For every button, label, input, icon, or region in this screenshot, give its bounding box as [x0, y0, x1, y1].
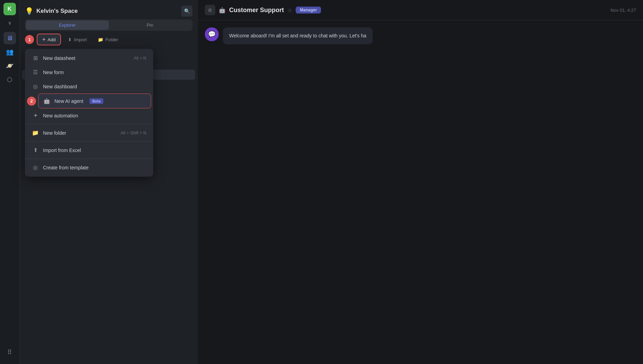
timestamp: Nov 01, 4:27 — [610, 8, 636, 13]
star-button[interactable]: ☆ — [287, 7, 292, 14]
step-2-badge: 2 — [27, 97, 36, 106]
plus-icon: + — [42, 36, 45, 43]
menu-item-new-datasheet[interactable]: ⊞ New datasheet Alt + N — [25, 51, 153, 65]
menu-item-new-ai-agent[interactable]: 🤖 New AI agent Beta — [38, 94, 151, 108]
explorer-header: 💡 Kelvin's Space 🔍 — [19, 0, 198, 19]
chat-area: 💬 Welcome aboard! I'm all set and ready … — [198, 20, 643, 364]
menu-item-label-datasheet: New datasheet — [43, 55, 75, 61]
menu-item-label-form: New form — [43, 70, 64, 75]
icon-sidebar: K ∨ 🖥 👥 🪐 ⬡ ⠿ — [0, 0, 19, 364]
message-bubble: Welcome aboard! I'm all set and ready to… — [223, 27, 373, 44]
folder-shortcut: Alt + Shift + N — [121, 131, 146, 135]
space-icon: 💡 — [25, 7, 34, 15]
import-label: Import — [74, 37, 87, 42]
menu-item-import-excel[interactable]: ⬆ Import from Excel — [25, 143, 153, 157]
manager-badge: Manager — [296, 7, 321, 14]
import-icon: ⬆ — [68, 37, 72, 42]
add-dropdown-menu: ⊞ New datasheet Alt + N ☰ New form ◎ New… — [25, 49, 153, 177]
header-title: Customer Support — [229, 7, 284, 14]
tab-pin[interactable]: Pin — [109, 20, 192, 30]
divider-1 — [25, 124, 153, 124]
divider-3 — [25, 159, 153, 159]
tabs-row: Explorer Pin — [25, 19, 192, 31]
template-icon: ◎ — [32, 164, 39, 171]
avatar[interactable]: K — [3, 3, 16, 15]
sidebar-icon-users[interactable]: 👥 — [3, 46, 16, 58]
chat-message: 💬 Welcome aboard! I'm all set and ready … — [205, 27, 636, 44]
folder-label: Folder — [105, 37, 118, 42]
tab-explorer[interactable]: Explorer — [26, 20, 109, 30]
explorer-panel: 💡 Kelvin's Space 🔍 Explorer Pin 1 + Add … — [19, 0, 198, 364]
import-excel-icon: ⬆ — [32, 147, 39, 153]
automation-icon: ✦ — [32, 112, 39, 119]
form-icon: ☰ — [32, 69, 39, 76]
folder-button[interactable]: 📁 Folder — [94, 35, 122, 44]
step-1-badge: 1 — [25, 35, 34, 44]
menu-item-label-folder: New folder — [43, 130, 66, 136]
sidebar-icon-shield[interactable]: ⬡ — [3, 73, 16, 86]
main-header: ⊘ 🤖 Customer Support ☆ Manager Nov 01, 4… — [198, 0, 643, 20]
search-button[interactable]: 🔍 — [181, 6, 192, 17]
main-content: ⊘ 🤖 Customer Support ☆ Manager Nov 01, 4… — [198, 0, 643, 364]
header-right: Nov 01, 4:27 — [610, 8, 636, 13]
new-folder-icon: 📁 — [32, 130, 39, 136]
action-row: 1 + Add ⬆ Import 📁 Folder ⊞ New datashee… — [25, 34, 192, 45]
menu-item-create-template[interactable]: ◎ Create from template — [25, 160, 153, 175]
divider-2 — [25, 141, 153, 142]
datasheet-shortcut: Alt + N — [134, 56, 146, 61]
sidebar-icon-dots[interactable]: ⠿ — [3, 346, 16, 358]
menu-item-label-import-excel: Import from Excel — [43, 148, 81, 153]
ai-agent-icon: 🤖 — [43, 98, 50, 104]
header-robot-icon: 🤖 — [219, 7, 226, 14]
dashboard-icon: ◎ — [32, 83, 39, 90]
header-collapse-btn[interactable]: ⊘ — [205, 5, 215, 15]
menu-item-label-template: Create from template — [43, 165, 89, 170]
menu-item-new-dashboard[interactable]: ◎ New dashboard — [25, 79, 153, 94]
menu-item-new-form[interactable]: ☰ New form — [25, 65, 153, 79]
datasheet-icon: ⊞ — [32, 55, 39, 61]
collapse-sidebar-btn[interactable]: ∨ — [3, 18, 16, 28]
beta-badge: Beta — [89, 98, 103, 104]
menu-item-new-automation[interactable]: ✦ New automation — [25, 108, 153, 123]
sidebar-icon-explore[interactable]: 🪐 — [3, 60, 16, 72]
menu-item-label-ai-agent: New AI agent — [54, 98, 83, 104]
import-button[interactable]: ⬆ Import — [64, 35, 91, 44]
menu-item-label-automation: New automation — [43, 113, 78, 118]
menu-item-label-dashboard: New dashboard — [43, 84, 77, 89]
add-button[interactable]: + Add — [37, 34, 61, 45]
bot-avatar: 💬 — [205, 27, 219, 41]
add-label: Add — [47, 37, 55, 42]
menu-item-new-folder[interactable]: 📁 New folder Alt + Shift + N — [25, 126, 153, 140]
space-title: Kelvin's Space — [36, 8, 179, 15]
sidebar-icon-monitor[interactable]: 🖥 — [3, 32, 16, 44]
folder-icon: 📁 — [98, 37, 103, 42]
